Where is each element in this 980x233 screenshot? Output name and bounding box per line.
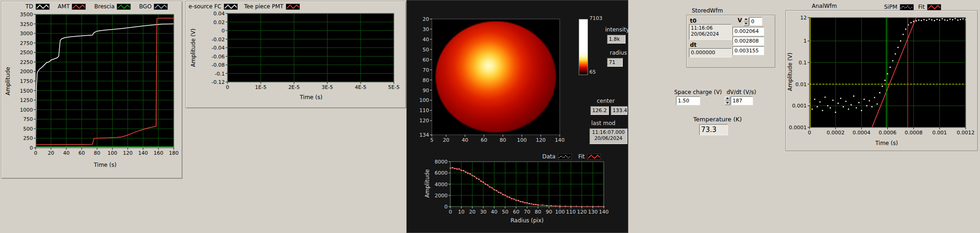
svg-text:134: 134 <box>419 132 429 138</box>
esource-chart-canvas: 01E-52E-53E-54E-55E-50.040.020-0.02-0.04… <box>186 1 406 108</box>
svg-text:750: 750 <box>23 116 33 122</box>
svg-text:20: 20 <box>423 16 429 22</box>
svg-text:30: 30 <box>480 209 487 215</box>
svg-text:2E-5: 2E-5 <box>288 84 300 90</box>
svg-text:500: 500 <box>23 126 33 132</box>
v-index-input[interactable]: 0 <box>749 17 762 25</box>
dvdt-decrement-button[interactable] <box>725 101 730 106</box>
svg-text:0.0006: 0.0006 <box>879 130 897 136</box>
pmt-graph: 01E-52E-53E-54E-55E-50.040.020-0.02-0.04… <box>186 1 406 108</box>
svg-text:70: 70 <box>524 209 531 215</box>
svg-text:20: 20 <box>48 150 54 156</box>
center-y-value: 133.4 <box>611 106 627 115</box>
svg-text:110: 110 <box>419 107 429 113</box>
svg-text:1E-5: 1E-5 <box>255 84 266 90</box>
svg-text:0: 0 <box>226 84 229 90</box>
svg-text:0.0012: 0.0012 <box>957 130 975 136</box>
anal-chart-canvas: 00.00020.00040.00060.00080.0010.00121210… <box>786 11 977 150</box>
svg-text:0.0008: 0.0008 <box>904 130 923 136</box>
svg-text:40: 40 <box>63 150 70 156</box>
dvdt-label: dV/dt (V/s) <box>727 89 756 95</box>
intensity-color-ramp <box>579 19 588 75</box>
labview-front-panel: TD AMT Brescia <box>0 0 980 233</box>
svg-text:-0.06: -0.06 <box>212 54 225 60</box>
space-charge-input[interactable]: 1.50 <box>676 96 700 105</box>
lastmod-date: 20/06/2024 <box>594 135 623 141</box>
svg-text:0.1: 0.1 <box>799 60 807 66</box>
v-value-2: 0.003155 <box>733 46 764 55</box>
svg-text:4000: 4000 <box>435 182 448 188</box>
svg-text:70: 70 <box>423 67 429 73</box>
svg-text:2000: 2000 <box>435 193 448 199</box>
svg-text:0.0001: 0.0001 <box>789 125 807 131</box>
svg-text:0: 0 <box>221 28 225 34</box>
anal-plot-legend: SiPM Fit <box>884 4 941 10</box>
svg-text:0.02: 0.02 <box>214 19 225 25</box>
svg-text:2750: 2750 <box>20 40 33 46</box>
svg-text:120: 120 <box>419 118 429 124</box>
legend-item-sipm[interactable]: SiPM <box>884 4 914 10</box>
svg-text:80: 80 <box>535 209 541 215</box>
svg-text:3250: 3250 <box>20 21 33 27</box>
svg-text:90: 90 <box>423 88 429 94</box>
svg-text:80: 80 <box>499 137 506 143</box>
lastmod-time: 11:16:07.000 <box>592 129 625 135</box>
anal-fit-plot-glyph[interactable] <box>927 4 941 10</box>
svg-text:6000: 6000 <box>435 170 448 176</box>
intensity-value: 1.8k <box>607 35 626 44</box>
svg-text:40: 40 <box>423 37 429 43</box>
v-value-1: 0.002808 <box>733 37 764 45</box>
svg-text:80: 80 <box>94 150 100 156</box>
v-array-label: V <box>738 17 742 24</box>
legend-item-anal-fit[interactable]: Fit <box>918 4 941 10</box>
svg-text:120: 120 <box>536 137 546 143</box>
svg-text:130: 130 <box>588 209 598 215</box>
lastmod-value: 11:16:07.000 20/06/2024 <box>589 128 627 144</box>
svg-text:0: 0 <box>444 204 448 210</box>
svg-text:90: 90 <box>546 209 552 215</box>
legend-label-sipm: SiPM <box>884 4 898 10</box>
svg-text:250: 250 <box>23 135 33 141</box>
image-axes: 5204060801001201402030405060708090100110… <box>407 0 566 151</box>
svg-text:100: 100 <box>517 137 527 143</box>
t0-time: 11:16:06 <box>691 25 713 31</box>
pmt-graph-panel: e-source FC Tee piece PMT 01E-52E-53E-54… <box>185 1 406 108</box>
svg-text:0: 0 <box>30 145 33 151</box>
svg-text:40: 40 <box>462 137 468 143</box>
v-index-spinner <box>743 17 749 26</box>
trend-y-axis-label: Amplitude <box>5 53 11 109</box>
main-chart-canvas: 0204060801001201401601800250500750100012… <box>1 1 182 178</box>
svg-text:-0.04: -0.04 <box>212 45 225 51</box>
svg-text:2000: 2000 <box>20 69 33 75</box>
anal-graph[interactable]: Amplitude (V) Time (s) 00.00020.00040.00… <box>786 11 977 150</box>
dvdt-input[interactable]: 187 <box>731 96 753 105</box>
t0-value: 11:16:06 20/06/2024 <box>689 24 732 40</box>
svg-text:1: 1 <box>803 38 807 44</box>
svg-text:0: 0 <box>808 130 811 136</box>
svg-text:0: 0 <box>449 209 452 215</box>
sipm-plot-glyph[interactable] <box>900 4 914 10</box>
v-value-0: 0.002064 <box>733 27 764 36</box>
lastmod-label: last mod <box>591 120 615 126</box>
svg-text:30: 30 <box>423 26 429 32</box>
v-index-decrement-button[interactable] <box>743 22 749 26</box>
ramp-min-label: 65 <box>589 69 596 75</box>
svg-text:-0.02: -0.02 <box>212 37 225 43</box>
dvdt-increment-button[interactable] <box>725 96 730 101</box>
beam-image-panel: 5204060801001201402030405060708090100110… <box>406 0 628 233</box>
svg-text:140: 140 <box>599 209 609 215</box>
svg-text:60: 60 <box>513 209 519 215</box>
svg-text:-0.1: -0.1 <box>215 71 225 77</box>
t0-date: 20/06/2024 <box>691 31 719 37</box>
v-index-increment-button[interactable] <box>743 17 749 22</box>
svg-text:0: 0 <box>34 150 38 156</box>
svg-text:-0.08: -0.08 <box>212 62 225 68</box>
svg-text:100: 100 <box>555 209 565 215</box>
svg-text:1750: 1750 <box>20 78 33 84</box>
radius-label: radius <box>610 50 627 56</box>
svg-text:5E-5: 5E-5 <box>388 84 400 90</box>
svg-text:3500: 3500 <box>20 12 33 18</box>
svg-text:60: 60 <box>481 137 487 143</box>
svg-text:1250: 1250 <box>20 97 33 103</box>
svg-text:100: 100 <box>419 97 429 103</box>
